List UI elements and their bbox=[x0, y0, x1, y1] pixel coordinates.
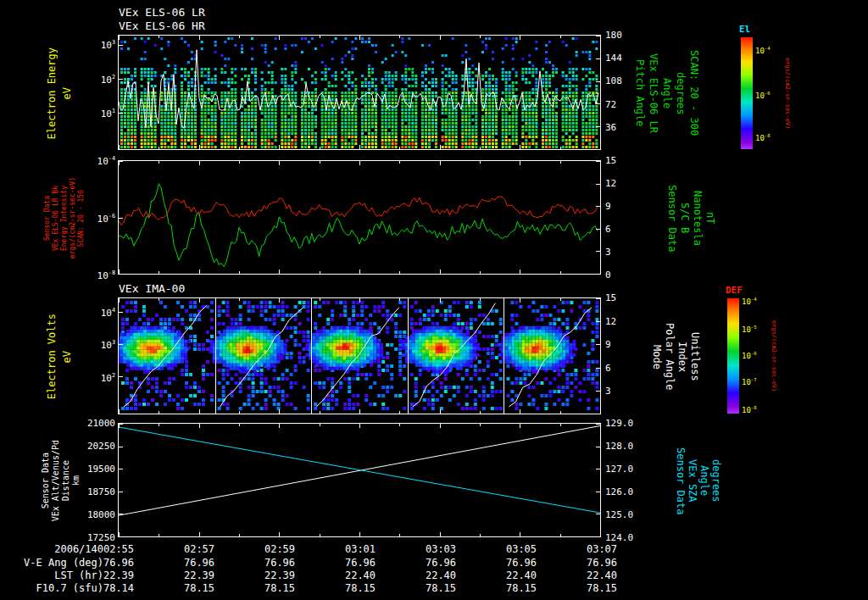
rotated-axis-label: S/C B bbox=[679, 203, 691, 233]
els-colorbar-title: El bbox=[739, 24, 750, 35]
rotated-axis-label: VEx SZA bbox=[687, 459, 698, 503]
value-cell: 76.96 bbox=[345, 557, 376, 569]
exponent: -8 bbox=[765, 133, 771, 138]
intensity-lines-left-axis-title: SCAN: 20 - 150 bbox=[75, 161, 86, 275]
rotated-axis-label: Sensor Data bbox=[41, 453, 50, 508]
exponent: 3 bbox=[112, 339, 115, 346]
time-tick-label: 03:05 bbox=[506, 543, 537, 555]
exponent: 2 bbox=[112, 74, 115, 81]
els-colorbar-unit-label: ergs/(cm2-sr-sec-eV) bbox=[782, 37, 793, 149]
intensity-lines-right-tick-label: 12 bbox=[605, 178, 648, 189]
ima-colorbar-tick-label: 10-6 bbox=[742, 351, 757, 360]
intensity-lines-right-tick-label: 15 bbox=[605, 155, 648, 166]
rotated-axis-label: Angle bbox=[698, 465, 710, 496]
els-spectrogram-left-axis-title: Electron Energy bbox=[46, 36, 58, 151]
value-cell: 78.15 bbox=[264, 582, 295, 594]
value-cell: 78.15 bbox=[184, 582, 214, 594]
rotated-axis-label: Electron Volts bbox=[46, 314, 58, 399]
intensity-lines-canvas bbox=[119, 161, 600, 274]
date-label: 2006/140 bbox=[5, 543, 103, 555]
ima-spectrogram-plot-area bbox=[118, 297, 601, 414]
ima-spectrogram-right-axis-title: Mode bbox=[651, 298, 663, 415]
ephemeris-lines-right-axis-title: Sensor Data bbox=[675, 424, 687, 538]
rotated-axis-label: VEx ELS-06 LR bbox=[648, 53, 659, 133]
value-cell: 76.96 bbox=[184, 557, 214, 569]
ima-colorbar bbox=[727, 298, 739, 414]
ephemeris-lines-canvas bbox=[119, 424, 600, 536]
ephemeris-lines-right-axis-title: VEx SZA bbox=[687, 424, 698, 538]
ima-spectrogram-left-axis-title: eV bbox=[61, 298, 73, 415]
value-cell: 22.39 bbox=[264, 569, 295, 581]
exponent: -4 bbox=[751, 297, 757, 302]
els-colorbar-tick-label: 10-8 bbox=[755, 133, 771, 142]
exponent: -4 bbox=[108, 155, 115, 162]
rotated-axis-label: degrees bbox=[675, 72, 687, 115]
exponent: -7 bbox=[751, 377, 757, 382]
ephemeris-lines-right-tick-label: 125.0 bbox=[605, 509, 648, 520]
rotated-axis-label: Pitch Angle bbox=[634, 59, 646, 126]
intensity-lines-right-tick-label: 6 bbox=[605, 224, 648, 235]
row-label-lst-hr-: LST (hr) bbox=[5, 569, 103, 581]
value-cell: 22.39 bbox=[103, 569, 134, 581]
row-label-v-e-ang-deg-: V-E Ang (deg) bbox=[5, 557, 103, 569]
ima-spectrogram-left-axis-title: Electron Volts bbox=[46, 298, 58, 415]
time-tick-label: 03:01 bbox=[345, 543, 376, 555]
intensity-lines-right-axis-title: Sensor Data bbox=[666, 161, 678, 275]
ephemeris-lines-right-tick-label: 129.0 bbox=[605, 418, 648, 429]
value-cell: 76.96 bbox=[264, 557, 295, 569]
ima-colorbar-tick-label: 10-8 bbox=[742, 405, 757, 414]
intensity-lines-right-axis-title: nT bbox=[704, 161, 716, 275]
exponent: -6 bbox=[751, 351, 757, 356]
els-spectrogram-plot-area bbox=[118, 35, 601, 150]
rotated-axis-label: Sensor Data bbox=[666, 185, 678, 252]
els-spectrogram-right-axis-title: Angle bbox=[661, 36, 673, 151]
ima-spectrogram-right-tick-label: 12 bbox=[605, 316, 648, 327]
time-tick-label: 02:57 bbox=[184, 543, 214, 555]
exponent: 1 bbox=[112, 108, 115, 114]
ima-colorbar-unit-label: ergs/(cm2-sr-sec-eV) bbox=[768, 298, 780, 414]
ima-spectrogram-right-tick-label: 6 bbox=[605, 363, 648, 374]
rotated-axis-label: SCAN: 20 - 150 bbox=[77, 190, 85, 247]
exponent: 2 bbox=[112, 372, 115, 379]
panel-els-title-line2: VEx ELS-06 HR bbox=[119, 19, 205, 32]
els-colorbar-tick-label: 10-6 bbox=[755, 91, 771, 100]
exponent: -6 bbox=[765, 91, 771, 96]
value-cell: 76.96 bbox=[426, 557, 456, 569]
exponent: 4 bbox=[112, 307, 115, 314]
value-cell: 22.40 bbox=[426, 569, 456, 581]
exponent: -6 bbox=[108, 213, 115, 219]
ephemeris-lines-right-axis-title: Angle bbox=[698, 424, 710, 538]
rotated-axis-label: Unitless bbox=[689, 332, 701, 381]
rotated-axis-label: eV bbox=[61, 351, 73, 363]
exponent: -4 bbox=[765, 46, 771, 51]
value-cell: 76.96 bbox=[103, 557, 134, 569]
intensity-lines-plot-area bbox=[118, 160, 601, 275]
value-cell: 22.40 bbox=[587, 569, 617, 581]
value-cell: 78.15 bbox=[426, 582, 456, 594]
rotated-axis-label: Polar Angle bbox=[664, 323, 676, 390]
rotated-axis-label: nT bbox=[704, 212, 716, 224]
ephemeris-lines-left-axis-title: km bbox=[70, 424, 81, 538]
value-cell: 78.14 bbox=[103, 582, 134, 594]
ima-spectrogram-right-axis-title: Polar Angle bbox=[664, 298, 676, 415]
value-cell: 78.15 bbox=[587, 582, 617, 594]
value-cell: 78.15 bbox=[345, 582, 376, 594]
value-cell: 76.96 bbox=[587, 557, 617, 569]
els-spectrogram-right-axis-title: degrees bbox=[675, 36, 687, 151]
value-cell: 78.15 bbox=[506, 582, 537, 594]
time-tick-label: 03:07 bbox=[587, 543, 617, 555]
els-colorbar-tick-label: 10-4 bbox=[755, 46, 771, 55]
row-label-f10-7-sfu-: F10.7 (sfu) bbox=[5, 582, 103, 594]
value-cell: 22.39 bbox=[184, 569, 214, 581]
colorbar-unit-text: ergs/(cm2-sr-sec-eV) bbox=[784, 58, 791, 129]
rotated-axis-label: Nanotesla bbox=[692, 191, 704, 246]
rotated-axis-label: Mode bbox=[651, 345, 663, 369]
exponent: -5 bbox=[751, 325, 757, 330]
ima-spectrogram-right-tick-label: 3 bbox=[605, 386, 648, 397]
ima-colorbar-tick-label: 10-4 bbox=[742, 297, 757, 306]
colorbar-unit-text: ergs/(cm2-sr-sec-eV) bbox=[771, 320, 777, 392]
els-colorbar bbox=[741, 37, 753, 149]
rotated-axis-label: Electron Energy bbox=[46, 47, 58, 139]
ephemeris-lines-right-tick-label: 124.0 bbox=[605, 532, 648, 543]
ima-spectrogram-right-tick-label: 15 bbox=[605, 292, 648, 303]
